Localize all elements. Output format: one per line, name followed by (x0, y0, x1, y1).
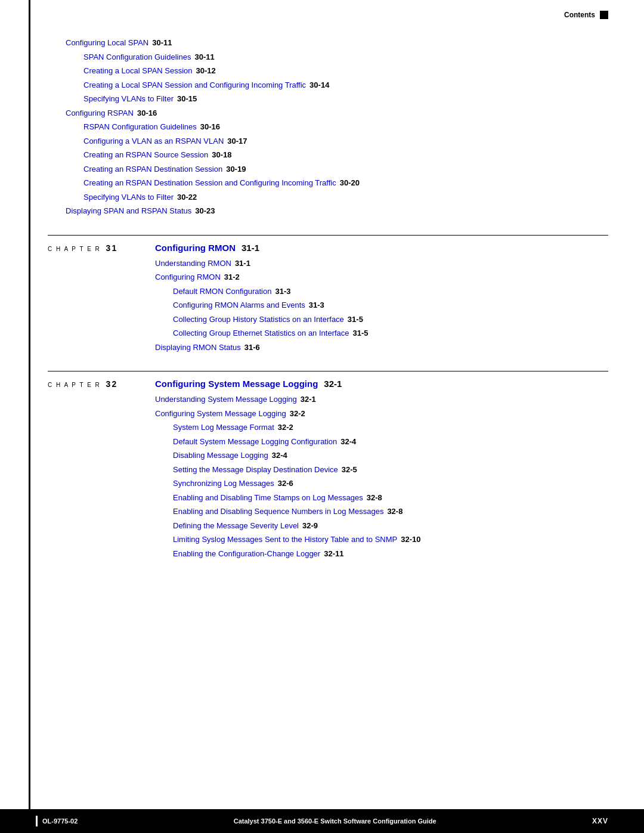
toc-link[interactable]: Configuring System Message Logging (155, 408, 286, 420)
footer-page: XXV (592, 817, 608, 825)
toc-link[interactable]: Synchronizing Log Messages (173, 478, 274, 490)
toc-page: 32-4 (340, 436, 356, 448)
toc-page: 30-19 (226, 163, 246, 175)
toc-entry: System Log Message Format 32-2 (155, 422, 608, 433)
toc-page: 31-1 (235, 258, 250, 270)
toc-link[interactable]: Collecting Group History Statistics on a… (173, 314, 344, 326)
page-container: Contents Configuring Local SPAN 30-11 SP… (0, 0, 644, 833)
toc-entry: Displaying SPAN and RSPAN Status 30-23 (48, 205, 608, 217)
toc-link[interactable]: Configuring RMON (155, 271, 221, 283)
toc-link[interactable]: Enabling the Configuration-Change Logger (173, 548, 320, 560)
toc-page: 30-17 (227, 135, 247, 147)
toc-entry: Collecting Group History Statistics on a… (155, 314, 608, 326)
toc-entry: Enabling and Disabling Time Stamps on Lo… (155, 492, 608, 504)
toc-page: 30-23 (195, 205, 215, 217)
toc-entry: Displaying RMON Status 31-6 (155, 342, 608, 354)
chapter-32-label: C H A P T E R 32 (48, 379, 117, 389)
page-header: Contents (0, 0, 644, 25)
toc-entry: Specifying VLANs to Filter 30-15 (48, 93, 608, 105)
chapter-32-section: C H A P T E R 32 Configuring System Mess… (48, 371, 608, 559)
toc-page: 31-3 (275, 286, 290, 298)
toc-link[interactable]: Limiting Syslog Messages Sent to the His… (173, 534, 397, 546)
toc-link[interactable]: Specifying VLANs to Filter (83, 191, 174, 203)
toc-page: 30-14 (309, 79, 329, 91)
toc-entry: Collecting Group Ethernet Statistics on … (155, 327, 608, 339)
toc-entry: Enabling and Disabling Sequence Numbers … (155, 506, 608, 518)
header-contents-label: Contents (564, 11, 595, 19)
toc-link[interactable]: Understanding RMON (155, 258, 231, 270)
toc-entry: Defining the Message Severity Level 32-9 (155, 520, 608, 532)
footer-title: Catalyst 3750-E and 3560-E Switch Softwa… (234, 817, 436, 825)
toc-page: 30-15 (177, 93, 197, 105)
toc-page: 32-2 (278, 422, 293, 433)
toc-entry: Creating a Local SPAN Session 30-12 (48, 65, 608, 77)
toc-entry: Limiting Syslog Messages Sent to the His… (155, 534, 608, 546)
toc-link[interactable]: Defining the Message Severity Level (173, 520, 299, 532)
chapter-31-label: C H A P T E R 31 (48, 243, 117, 253)
toc-entry: Configuring Local SPAN 30-11 (48, 37, 608, 49)
toc-link[interactable]: Displaying SPAN and RSPAN Status (66, 205, 191, 217)
toc-page: 30-20 (340, 177, 360, 189)
toc-link[interactable]: System Log Message Format (173, 422, 274, 433)
toc-link[interactable]: Specifying VLANs to Filter (83, 93, 174, 105)
toc-page: 30-16 (137, 107, 157, 119)
toc-page: 32-8 (387, 506, 402, 518)
toc-entry: Creating an RSPAN Source Session 30-18 (48, 149, 608, 161)
main-content: Configuring Local SPAN 30-11 SPAN Config… (0, 25, 644, 613)
toc-link[interactable]: Default RMON Configuration (173, 286, 271, 298)
toc-entry: Configuring System Message Logging 32-2 (155, 408, 608, 420)
chapter-32-title-link[interactable]: Configuring System Message Logging (155, 379, 318, 389)
toc-link[interactable]: Creating an RSPAN Source Session (83, 149, 208, 161)
toc-page: 30-11 (152, 37, 172, 49)
chapter-31-title-link[interactable]: Configuring RMON (155, 243, 236, 253)
toc-entry: RSPAN Configuration Guidelines 30-16 (48, 121, 608, 133)
toc-entry: Understanding System Message Logging 32-… (155, 394, 608, 405)
toc-link[interactable]: Displaying RMON Status (155, 342, 241, 354)
toc-page: 32-8 (367, 492, 382, 504)
toc-link[interactable]: Default System Message Logging Configura… (173, 436, 337, 448)
footer-center: Catalyst 3750-E and 3560-E Switch Softwa… (78, 817, 592, 825)
toc-link[interactable]: Creating an RSPAN Destination Session an… (83, 177, 336, 189)
toc-page: 32-4 (272, 450, 287, 462)
toc-entry: Configuring RSPAN 30-16 (48, 107, 608, 119)
toc-entry: Specifying VLANs to Filter 30-22 (48, 191, 608, 203)
chapter-32-row: C H A P T E R 32 Configuring System Mess… (48, 371, 608, 389)
toc-link[interactable]: Configuring RMON Alarms and Events (173, 299, 305, 311)
toc-link[interactable]: Understanding System Message Logging (155, 394, 297, 405)
toc-link[interactable]: Disabling Message Logging (173, 450, 268, 462)
header-black-square (600, 11, 608, 19)
toc-link[interactable]: Enabling and Disabling Sequence Numbers … (173, 506, 383, 518)
toc-link[interactable]: RSPAN Configuration Guidelines (83, 121, 197, 133)
toc-page: 31-3 (309, 299, 324, 311)
toc-page: 30-12 (196, 65, 216, 77)
toc-link[interactable]: Collecting Group Ethernet Statistics on … (173, 327, 349, 339)
chapter-31-body: Understanding RMON 31-1 Configuring RMON… (48, 258, 608, 354)
toc-link[interactable]: Configuring Local SPAN (66, 37, 148, 49)
toc-link[interactable]: Creating a Local SPAN Session and Config… (83, 79, 306, 91)
toc-link[interactable]: SPAN Configuration Guidelines (83, 51, 191, 63)
toc-entry: Synchronizing Log Messages 32-6 (155, 478, 608, 490)
toc-link[interactable]: Configuring a VLAN as an RSPAN VLAN (83, 135, 224, 147)
chapter-32-number: 32 (106, 379, 118, 389)
toc-link[interactable]: Enabling and Disabling Time Stamps on Lo… (173, 492, 363, 504)
toc-link[interactable]: Configuring RSPAN (66, 107, 134, 119)
chapter-31-row: C H A P T E R 31 Configuring RMON 31-1 (48, 235, 608, 253)
chapter-31-number: 31 (106, 243, 118, 253)
left-bar (29, 0, 30, 833)
toc-page: 30-22 (177, 191, 197, 203)
chapter-31-section: C H A P T E R 31 Configuring RMON 31-1 U… (48, 235, 608, 354)
toc-page: 32-2 (290, 408, 305, 420)
toc-link[interactable]: Creating an RSPAN Destination Session (83, 163, 222, 175)
toc-entry: Creating a Local SPAN Session and Config… (48, 79, 608, 91)
toc-page: 30-11 (194, 51, 214, 63)
toc-entry: Default System Message Logging Configura… (155, 436, 608, 448)
chapter-32-title-page: 32-1 (324, 379, 342, 389)
toc-link[interactable]: Creating a Local SPAN Session (83, 65, 193, 77)
toc-link[interactable]: Setting the Message Display Destination … (173, 464, 338, 476)
toc-entry: Default RMON Configuration 31-3 (155, 286, 608, 298)
toc-page: 32-1 (301, 394, 316, 405)
toc-page: 31-5 (348, 314, 363, 326)
toc-page: 31-5 (353, 327, 369, 339)
chapter-31-title-page: 31-1 (242, 243, 259, 253)
footer-doc-id: OL-9775-02 (42, 817, 78, 825)
